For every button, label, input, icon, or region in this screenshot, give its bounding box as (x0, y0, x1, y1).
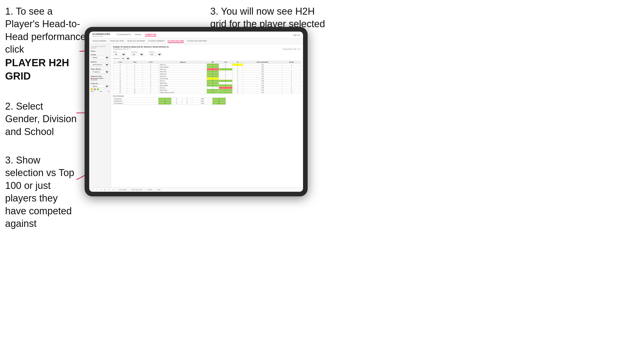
cell-loss: 1 (219, 89, 233, 91)
cell-conf: 5 (142, 82, 159, 84)
cell-name: Heejo Hyun (159, 75, 207, 78)
ood-table-row: NAIA Division 1 15 0 0 9.267 30 (113, 100, 226, 102)
toolbar-view-original[interactable]: View: Original (118, 189, 127, 191)
cell-rounds: 7 (282, 84, 301, 87)
opponent-select[interactable]: (All) (149, 53, 162, 56)
cell-name: Esther Lee (159, 64, 207, 66)
sub-nav-team-summary[interactable]: TEAM SUMMARY (92, 40, 107, 43)
cell-tie: 0 (233, 78, 243, 80)
cell-div: 11 (113, 75, 127, 78)
cell-div: 14 (113, 80, 127, 82)
toolbar-redo[interactable]: ↪ (95, 189, 98, 191)
sub-nav-team-h2h-heatmap[interactable]: TEAM H2H HEATMAP (127, 40, 145, 43)
colour-dot-up (97, 88, 99, 90)
sidebar-player-rank-select[interactable]: 8. Katelyn Vo (91, 70, 109, 73)
toolbar-save-custom[interactable]: Save Custom View (131, 189, 143, 191)
th-opponent: Opponent (159, 61, 207, 64)
conference-select[interactable]: (All) (131, 53, 144, 56)
cell-win: 1 (207, 78, 219, 80)
cell-loss: 0 (219, 82, 233, 84)
table-row: 11 2 5 Heejo Hyun 1 0 0 3.33 3 (113, 75, 301, 78)
cell-diff: -1.00 (243, 68, 282, 71)
ood-cell-rounds: 2 (213, 98, 226, 100)
colour-dot-down (91, 88, 93, 90)
cell-rounds: 9 (282, 80, 301, 82)
sub-nav-player-h2h-heatmap[interactable]: PLAYER H2H HEATMAP (187, 40, 207, 43)
cell-win: 1 (207, 82, 219, 84)
bottom-toolbar: ↩ ↪ ↩ ⊞ ↻ ⏱ View: Original Save Custom V… (89, 187, 303, 192)
cell-conf: 5 (142, 75, 159, 78)
radio-top100[interactable]: Top 100 (91, 79, 109, 81)
cell-div: 9 (113, 71, 127, 73)
cell-conf: 7 (142, 91, 159, 94)
ood-cell-loss: 0 (172, 100, 182, 102)
toolbar-sep3 (145, 188, 145, 191)
toolbar-share[interactable]: Share (156, 189, 161, 191)
nav-sign-out[interactable]: Sign out (293, 34, 300, 36)
sidebar-division-label: Division (91, 61, 109, 63)
toolbar-undo2[interactable]: ↩ (99, 189, 102, 191)
cell-win: 2 (207, 80, 219, 82)
cell-reg: 1 (127, 71, 142, 73)
cell-tie: 0 (233, 68, 243, 71)
logo-text: SCOREBOARD (92, 33, 110, 35)
opponents-select[interactable]: (All) (120, 57, 130, 60)
region-select[interactable]: (All) (113, 53, 126, 56)
nav-tournaments[interactable]: TOURNAMENTS (116, 34, 131, 36)
tablet: SCOREBOARD Powered by clippd TOURNAMENTS… (85, 27, 308, 196)
toolbar-clock[interactable]: ⏱ (112, 189, 115, 191)
table-row: 20 11 7 Federica Domecq Lacroze 2 1 0 1.… (113, 91, 301, 94)
cell-div: 3 (113, 64, 127, 66)
cell-name: Jessica Mason (159, 84, 207, 87)
ood-table-row: NCAA Division 2 5 0 0 7.400 10 (113, 102, 226, 105)
cell-conf: 1 (142, 64, 159, 66)
radio-group: Opponents Played Top 100 (91, 78, 109, 81)
th-diff: Diff Av Strokes/Rnd (243, 61, 282, 64)
sidebar-colour-select[interactable]: Win/loss (91, 85, 109, 88)
toolbar-undo[interactable]: ↩ (91, 189, 94, 191)
ood-cell-rounds: 30 (213, 100, 226, 102)
th-reg: # Reg (127, 61, 142, 64)
cell-win: 4 (207, 89, 219, 91)
nav-committee[interactable]: COMMITTEE (145, 34, 156, 36)
cell-div: 10 (113, 73, 127, 75)
sidebar-division-select[interactable]: NCAA Division III (91, 63, 109, 66)
toolbar-grid[interactable]: ⊞ (104, 189, 106, 191)
sub-nav-player-summary[interactable]: PLAYER SUMMARY (148, 40, 165, 43)
sub-nav-player-h2h-grid[interactable]: PLAYER H2H GRID (168, 40, 184, 43)
sidebar-colour-section: Colour by Win/loss Down Level Up (91, 83, 109, 92)
nav-teams[interactable]: TEAMS (135, 34, 141, 36)
cell-rounds: 11 (282, 89, 301, 91)
sub-nav-team-h2h-grid[interactable]: TEAM H2H GRID (110, 40, 124, 43)
cell-rounds: 4 (282, 73, 301, 75)
th-tie: Tie (233, 61, 243, 64)
cell-name: Sydney Kuo (159, 68, 207, 71)
sidebar-gender-select[interactable]: Women's (91, 56, 109, 59)
division-record: Division Record: 331 - 34 - 6 (283, 48, 301, 50)
toolbar-watch[interactable]: 👁 Watch (146, 189, 153, 191)
cell-loss: 0 (219, 71, 233, 73)
cell-diff: -5.00 (243, 87, 282, 89)
h2h-table: # Div # Reg # Conf Opponent Win Loss Tie… (113, 61, 301, 94)
data-panel: Katelyn Vo Head-to-Head Grid for Women's… (111, 44, 303, 187)
ood-cell-win: 5 (158, 102, 171, 105)
cell-diff: 0.38 (243, 80, 282, 82)
cell-loss: 0 (219, 73, 233, 75)
sidebar-player-rank-label: Player (Rank) (91, 68, 109, 70)
cell-tie: 0 (233, 82, 243, 84)
cell-loss: 1 (219, 91, 233, 94)
cell-diff: 1.25 (243, 82, 282, 84)
cell-name: Eunice Yi (159, 80, 207, 82)
cell-tie: 0 (233, 66, 243, 68)
cell-conf: 3 (142, 73, 159, 75)
toolbar-sep4 (155, 188, 155, 191)
cell-name: Alexis Sudjianto (159, 66, 207, 68)
cell-tie: 0 (233, 80, 243, 82)
cell-conf: 4 (142, 71, 159, 73)
filter-row: Region (All) Conference (All) (113, 51, 301, 56)
cell-win: 0 (207, 68, 219, 71)
ood-cell-name: Foreign Team (113, 98, 158, 100)
toolbar-redo2[interactable]: ↻ (108, 189, 110, 191)
cell-reg: 2 (127, 75, 142, 78)
instruction-3-block: 3. Show selection vs Top 100 or just pla… (5, 154, 78, 230)
